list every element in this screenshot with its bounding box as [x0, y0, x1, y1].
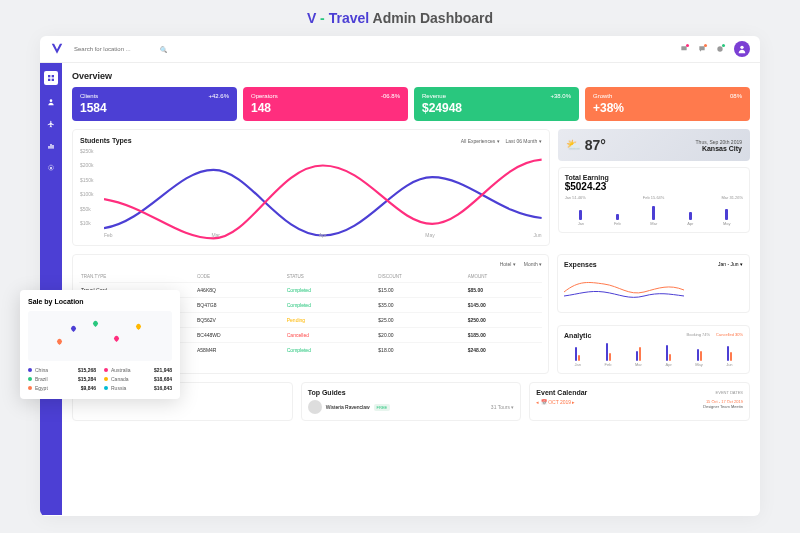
svg-rect-10 [52, 145, 53, 149]
sidebar-analytics[interactable] [46, 141, 56, 151]
alerts-icon[interactable] [716, 45, 724, 53]
weather-icon: ⛅ [566, 138, 581, 152]
page-title: V - Travel Admin Dashboard [0, 0, 800, 36]
stat-card: Growth08%+38% [585, 87, 750, 121]
location-item: China$15,268 [28, 367, 96, 373]
search-icon: 🔍 [160, 46, 167, 53]
sidebar-flights[interactable] [46, 119, 56, 129]
svg-rect-9 [50, 144, 51, 149]
search-box[interactable]: 🔍 [74, 46, 680, 53]
chart-title: Students Types [80, 137, 132, 144]
top-guides-panel: Top Guides Wisteria Ravenclaw FREE 31 To… [301, 382, 522, 421]
svg-rect-0 [681, 46, 686, 50]
main-content: Overview Clients+42.6%1584Operators-06.8… [62, 63, 760, 515]
location-item: Egypt$9,846 [28, 385, 96, 391]
location-item: Brazil$15,284 [28, 376, 96, 382]
guide-tours[interactable]: 31 Tours ▾ [491, 404, 514, 410]
earning-panel: Total Earning $5024.23 Jan 51.46%Feb 15.… [558, 167, 750, 233]
location-item: Canada$18,684 [104, 376, 172, 382]
search-input[interactable] [74, 46, 154, 52]
messages-icon[interactable] [698, 45, 706, 53]
weather-date: Thus, Sep 20th 2019 [696, 139, 742, 145]
stat-card: Revenue+38.0%$24948 [414, 87, 579, 121]
calendar-month[interactable]: ◂ 📅 OCT 2019 ▸ [536, 399, 575, 409]
chart-filter-period[interactable]: Last 06 Month ▾ [506, 138, 542, 144]
svg-rect-5 [48, 79, 50, 81]
svg-point-11 [50, 167, 52, 169]
chart-filter-experience[interactable]: All Experiences ▾ [461, 138, 500, 144]
students-chart-panel: Students Types All Experiences ▾ Last 06… [72, 129, 550, 246]
notification-icon[interactable] [680, 45, 688, 53]
sale-by-location-card: Sale by Location China$15,268Australia$2… [20, 290, 180, 399]
event-calendar-panel: Event Calendar EVENT DATES ◂ 📅 OCT 2019 … [529, 382, 750, 421]
user-avatar[interactable] [734, 41, 750, 57]
guide-name: Wisteria Ravenclaw [326, 404, 370, 410]
sidebar [40, 63, 62, 515]
svg-rect-3 [48, 75, 50, 77]
svg-rect-6 [52, 79, 54, 81]
expenses-panel: Expenses Jan - Jun ▾ [557, 254, 750, 313]
expenses-chart [564, 272, 684, 304]
svg-point-2 [740, 46, 743, 49]
sidebar-dashboard[interactable] [44, 71, 58, 85]
sidebar-users[interactable] [46, 97, 56, 107]
guide-avatar [308, 400, 322, 414]
svg-rect-8 [48, 146, 49, 149]
topbar: 🔍 [40, 36, 760, 63]
expenses-filter[interactable]: Jan - Jun ▾ [718, 261, 743, 268]
analytic-panel: Analytic Booking 74%Cancelled 30% JanFeb… [557, 325, 750, 374]
guide-badge: FREE [374, 404, 391, 411]
svg-point-7 [50, 99, 53, 102]
weather-city: Kansas City [696, 145, 742, 152]
app-window: 🔍 Overview Clients+42.6%1584Operators-06… [40, 36, 760, 516]
weather-temp: 87° [585, 137, 606, 153]
stat-card: Clients+42.6%1584 [72, 87, 237, 121]
students-line-chart [104, 148, 542, 265]
sidebar-settings[interactable] [46, 163, 56, 173]
app-logo [50, 42, 64, 56]
svg-rect-4 [52, 75, 54, 77]
location-item: Australia$21,948 [104, 367, 172, 373]
svg-point-1 [717, 46, 722, 51]
stat-card: Operators-06.8%148 [243, 87, 408, 121]
earning-amount: $5024.23 [565, 181, 743, 192]
world-map [28, 311, 172, 361]
location-item: Russia$16,843 [104, 385, 172, 391]
overview-title: Overview [72, 71, 750, 81]
weather-widget: ⛅ 87° Thus, Sep 20th 2019 Kansas City [558, 129, 750, 161]
